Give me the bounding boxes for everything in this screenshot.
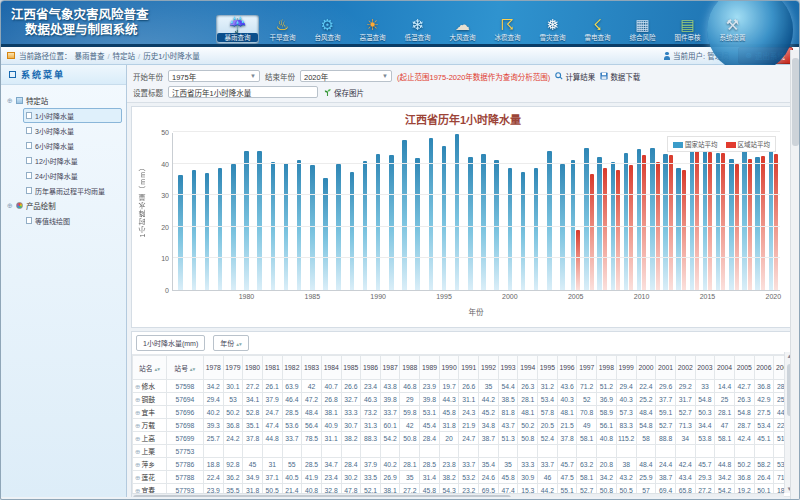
- legend-item[interactable]: 国家站平均: [673, 139, 718, 149]
- bar-national-2012[interactable]: [663, 154, 668, 290]
- row-expand-icon[interactable]: ⊕: [135, 474, 140, 481]
- col-year-1983[interactable]: 1983: [302, 356, 322, 380]
- table-row[interactable]: ⊕修水5759834.230.127.226.163.94240.726.623…: [133, 380, 794, 393]
- sidebar-item-0-3[interactable]: 12小时降水量: [23, 153, 122, 168]
- table-row[interactable]: ⊕上栗57753: [133, 445, 794, 458]
- bar-regional-2020[interactable]: [774, 154, 778, 290]
- sidebar-item-1-0[interactable]: 等值线绘图: [23, 213, 122, 228]
- bar-regional-2016[interactable]: [721, 153, 725, 290]
- bar-national-2018[interactable]: [742, 144, 747, 290]
- bar-national-1976[interactable]: [192, 170, 197, 290]
- unit-filter-box[interactable]: 1小时降水量(mm): [136, 335, 205, 351]
- expand-icon[interactable]: ⊕: [7, 202, 13, 210]
- start-year-select[interactable]: 1975年▼: [168, 70, 260, 82]
- col-station-id[interactable]: 站号 ▴▾: [166, 356, 203, 380]
- bar-national-2006[interactable]: [584, 148, 589, 290]
- toolbar-item-system-settings[interactable]: ⚒系统设置: [711, 15, 754, 44]
- toolbar-item-typhoon-query[interactable]: ⚙台风查询: [306, 15, 349, 44]
- bar-national-1981[interactable]: [257, 151, 262, 290]
- bar-regional-2014[interactable]: [695, 149, 699, 290]
- row-expand-icon[interactable]: ⊕: [135, 383, 140, 390]
- toolbar-item-map-review[interactable]: ▤图件审核: [666, 15, 709, 44]
- bar-national-2009[interactable]: [624, 153, 629, 290]
- bar-national-2016[interactable]: [716, 153, 721, 290]
- col-year-1995[interactable]: 1995: [538, 356, 558, 380]
- bar-national-2017[interactable]: [729, 159, 734, 290]
- bar-national-1994[interactable]: [429, 138, 434, 290]
- legend-item[interactable]: 区域站平均: [726, 139, 771, 149]
- bar-national-2001[interactable]: [521, 172, 526, 290]
- sidebar-item-0-4[interactable]: 24小时降水量: [23, 168, 122, 183]
- year-sort-box[interactable]: 年份 ▴▾: [213, 335, 248, 351]
- col-year-2001[interactable]: 2001: [656, 356, 676, 380]
- col-year-1980[interactable]: 1980: [243, 356, 263, 380]
- bar-regional-2012[interactable]: [669, 155, 673, 290]
- bar-national-1996[interactable]: [455, 134, 460, 290]
- bar-regional-2008[interactable]: [616, 170, 620, 290]
- col-year-1996[interactable]: 1996: [557, 356, 577, 380]
- download-button[interactable]: 数据下载: [600, 71, 640, 82]
- bar-national-1991[interactable]: [389, 155, 394, 290]
- bar-regional-2013[interactable]: [682, 170, 686, 290]
- table-row[interactable]: ⊕宜丰5769640.250.252.824.728.548.438.133.3…: [133, 406, 794, 419]
- bar-regional-2018[interactable]: [748, 159, 752, 290]
- toolbar-item-gale-query[interactable]: ☁大风查询: [441, 15, 484, 44]
- col-year-1985[interactable]: 1985: [341, 356, 361, 380]
- bar-national-2003[interactable]: [547, 151, 552, 290]
- bar-national-2000[interactable]: [508, 168, 513, 290]
- bar-national-2014[interactable]: [690, 143, 695, 290]
- bar-regional-2009[interactable]: [629, 165, 633, 290]
- col-year-1987[interactable]: 1987: [380, 356, 400, 380]
- bar-regional-2007[interactable]: [603, 168, 607, 290]
- col-year-1998[interactable]: 1998: [597, 356, 617, 380]
- col-year-1978[interactable]: 1978: [203, 356, 223, 380]
- bar-national-2011[interactable]: [650, 148, 655, 290]
- col-year-2000[interactable]: 2000: [636, 356, 656, 380]
- bar-national-1995[interactable]: [442, 146, 447, 290]
- bar-regional-2005[interactable]: [576, 230, 580, 290]
- table-row[interactable]: ⊕上高5769925.724.237.844.833.778.531.138.2…: [133, 432, 794, 445]
- toolbar-item-rainstorm-query[interactable]: ☔暴雨查询: [216, 15, 259, 44]
- bar-national-2013[interactable]: [676, 168, 681, 290]
- bar-national-1977[interactable]: [205, 173, 210, 290]
- toolbar-item-comprehensive-risk[interactable]: ▦综合风险: [621, 15, 664, 44]
- col-year-1992[interactable]: 1992: [479, 356, 499, 380]
- col-year-1979[interactable]: 1979: [223, 356, 243, 380]
- sidebar-item-0-1[interactable]: 3小时降水量: [23, 123, 122, 138]
- calculate-button[interactable]: 计算结果: [555, 71, 595, 82]
- col-year-1989[interactable]: 1989: [420, 356, 440, 380]
- toolbar-item-snow-query[interactable]: ❅雪灾查询: [531, 15, 574, 44]
- bar-national-1988[interactable]: [350, 172, 355, 291]
- col-year-1986[interactable]: 1986: [361, 356, 381, 380]
- table-horizontal-scrollbar[interactable]: [132, 493, 784, 497]
- col-year-2006[interactable]: 2006: [754, 356, 774, 380]
- col-year-2002[interactable]: 2002: [675, 356, 695, 380]
- bar-national-1978[interactable]: [218, 168, 223, 290]
- bar-national-1993[interactable]: [415, 158, 420, 290]
- col-year-1982[interactable]: 1982: [282, 356, 302, 380]
- bar-national-1975[interactable]: [178, 175, 183, 290]
- sidebar-item-0-5[interactable]: 历年暴雨过程平均雨量: [23, 183, 122, 198]
- bar-national-1985[interactable]: [310, 165, 315, 290]
- breadcrumb-item[interactable]: 暴雨普查: [75, 52, 105, 61]
- table-row[interactable]: ⊕莲花5778822.436.234.937.140.541.923.430.2…: [133, 471, 794, 484]
- toolbar-item-low-temp-query[interactable]: ❄低温查询: [396, 15, 439, 44]
- row-expand-icon[interactable]: ⊕: [135, 422, 140, 429]
- col-year-1999[interactable]: 1999: [616, 356, 636, 380]
- table-row[interactable]: ⊕万载5769839.336.835.147.453.656.440.930.7…: [133, 419, 794, 432]
- bar-national-2010[interactable]: [637, 149, 642, 290]
- bar-national-2007[interactable]: [597, 157, 602, 290]
- bar-regional-2006[interactable]: [590, 174, 594, 290]
- sidebar-item-0-0[interactable]: 1小时降水量: [23, 108, 122, 123]
- col-year-1981[interactable]: 1981: [262, 356, 282, 380]
- bar-regional-2019[interactable]: [761, 156, 765, 290]
- bar-national-2015[interactable]: [703, 151, 708, 290]
- bar-national-1997[interactable]: [468, 157, 473, 290]
- chart-title-input[interactable]: 江西省历年1小时降水量: [168, 86, 318, 98]
- col-year-2005[interactable]: 2005: [734, 356, 754, 380]
- bar-regional-2015[interactable]: [708, 152, 712, 290]
- bar-national-1998[interactable]: [481, 154, 486, 291]
- table-row[interactable]: ⊕萍乡5778618.892.845315528.534.728.437.940…: [133, 458, 794, 471]
- col-year-1984[interactable]: 1984: [321, 356, 341, 380]
- row-expand-icon[interactable]: ⊕: [135, 435, 140, 442]
